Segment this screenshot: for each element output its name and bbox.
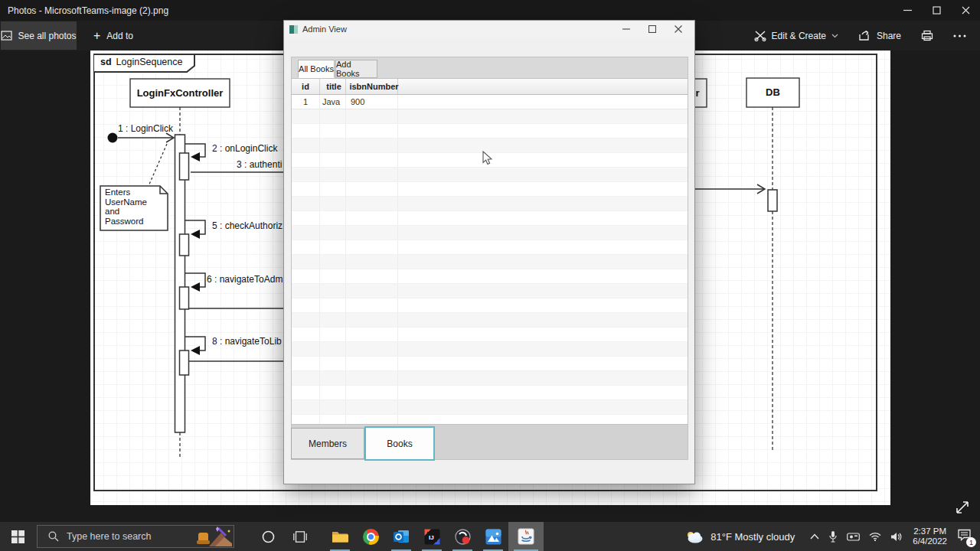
empty-cell — [320, 109, 346, 123]
empty-cell — [292, 313, 320, 327]
empty-cell — [292, 124, 320, 138]
table-row[interactable] — [292, 313, 688, 328]
photos-app-icon — [485, 529, 501, 545]
maximize-icon — [648, 25, 656, 33]
activation-m2 — [180, 153, 189, 180]
db-activation — [768, 190, 777, 211]
fullscreen-expand-button[interactable] — [954, 499, 971, 519]
table-row[interactable] — [292, 415, 688, 424]
taskbar-search-input[interactable]: Type here to search — [37, 525, 234, 548]
photos-app-button[interactable] — [478, 522, 508, 551]
empty-cell — [292, 109, 320, 123]
db-label: DB — [746, 86, 799, 98]
empty-cell — [346, 255, 398, 269]
message6-arrowhead — [191, 282, 200, 292]
table-row[interactable] — [292, 211, 688, 226]
add-to-button[interactable]: + Add to — [93, 30, 133, 42]
svg-text:IJ: IJ — [429, 534, 434, 541]
tab-add-books[interactable]: Add Books — [335, 60, 377, 78]
empty-cell — [292, 400, 320, 414]
tab-all-books[interactable]: All Books — [298, 60, 335, 78]
file-explorer-button[interactable] — [325, 522, 355, 551]
empty-cell — [320, 182, 346, 196]
action-center-button[interactable]: 1 — [958, 529, 971, 544]
table-row[interactable] — [292, 168, 688, 182]
table-row[interactable] — [292, 284, 688, 298]
table-row[interactable]: 1 Java 900 — [292, 95, 688, 109]
table-row[interactable] — [292, 240, 688, 255]
tray-overflow-button[interactable] — [810, 533, 819, 540]
taskbar-clock[interactable]: 2:37 PM 6/4/2022 — [913, 527, 947, 546]
empty-cell — [320, 226, 346, 240]
admin-close-button[interactable] — [665, 21, 691, 37]
admin-maximize-button[interactable] — [639, 21, 665, 37]
tray-volume-button[interactable] — [890, 532, 902, 542]
empty-cell — [346, 313, 398, 327]
photos-window-title: Photos - MicrosoftTeams-image (2).png — [8, 5, 168, 16]
cortana-icon — [262, 530, 275, 543]
tab-books[interactable]: Books — [364, 426, 435, 461]
note-connector — [149, 144, 167, 186]
message2-arrowhead — [191, 152, 200, 161]
photos-minimize-button[interactable] — [893, 0, 922, 21]
edit-create-button[interactable]: Edit & Create — [746, 21, 846, 50]
table-row[interactable] — [292, 255, 688, 269]
print-button[interactable] — [913, 21, 941, 50]
java-app-button[interactable] — [508, 522, 544, 551]
tray-mic-button[interactable] — [828, 530, 838, 543]
cursor-arrow-icon — [482, 151, 493, 166]
admin-titlebar[interactable]: Admin View — [284, 21, 694, 37]
empty-cell — [292, 226, 320, 240]
share-button[interactable]: Share — [851, 21, 909, 50]
tray-network-button[interactable] — [869, 532, 881, 541]
admin-minimize-button[interactable] — [613, 21, 639, 37]
system-tray: 81°F Mostly cloudy — [685, 522, 980, 551]
search-highlight-art — [195, 527, 232, 546]
table-row[interactable] — [292, 182, 688, 197]
notification-badge: 1 — [966, 537, 976, 547]
activation-m5 — [180, 234, 189, 256]
table-row[interactable] — [292, 269, 688, 284]
tray-device-icon — [847, 532, 860, 541]
photos-maximize-button[interactable] — [922, 0, 951, 21]
table-row[interactable] — [292, 386, 688, 400]
table-row[interactable] — [292, 298, 688, 313]
table-row[interactable] — [292, 342, 688, 357]
chrome-button[interactable] — [355, 522, 386, 551]
table-row[interactable] — [292, 226, 688, 240]
see-all-photos-button[interactable]: See all photos — [1, 21, 77, 50]
table-row[interactable] — [292, 328, 688, 342]
obs-icon — [455, 529, 471, 545]
table-row[interactable] — [292, 109, 688, 124]
table-row[interactable] — [292, 197, 688, 211]
table-row[interactable] — [292, 357, 688, 371]
outlook-button[interactable] — [386, 522, 416, 551]
tray-device-button[interactable] — [847, 532, 860, 541]
minimize-icon — [903, 6, 912, 15]
empty-cell — [346, 342, 398, 356]
task-view-button[interactable] — [285, 522, 315, 551]
empty-cell — [320, 240, 346, 254]
frame-name: LoginSequence — [116, 57, 183, 67]
empty-cell — [320, 197, 346, 210]
tab-members[interactable]: Members — [291, 428, 364, 459]
empty-cell — [346, 386, 398, 399]
plus-icon: + — [93, 30, 100, 42]
column-header-isbn[interactable]: isbnNumber — [346, 79, 398, 94]
table-row[interactable] — [292, 124, 688, 139]
start-button[interactable] — [0, 522, 35, 551]
table-row[interactable] — [292, 400, 688, 415]
empty-cell — [292, 211, 320, 225]
cortana-button[interactable] — [251, 522, 285, 551]
column-header-title[interactable]: title — [320, 79, 346, 94]
photos-close-button[interactable] — [951, 0, 980, 21]
empty-cell — [320, 124, 346, 138]
weather-widget[interactable]: 81°F Mostly cloudy — [685, 530, 795, 543]
obs-button[interactable] — [447, 522, 478, 551]
admin-app-icon — [289, 25, 298, 34]
table-row[interactable] — [292, 371, 688, 386]
more-button[interactable] — [946, 21, 974, 50]
intellij-button[interactable]: IJ — [416, 522, 447, 551]
column-header-id[interactable]: id — [292, 79, 320, 94]
minimize-icon — [622, 25, 630, 33]
